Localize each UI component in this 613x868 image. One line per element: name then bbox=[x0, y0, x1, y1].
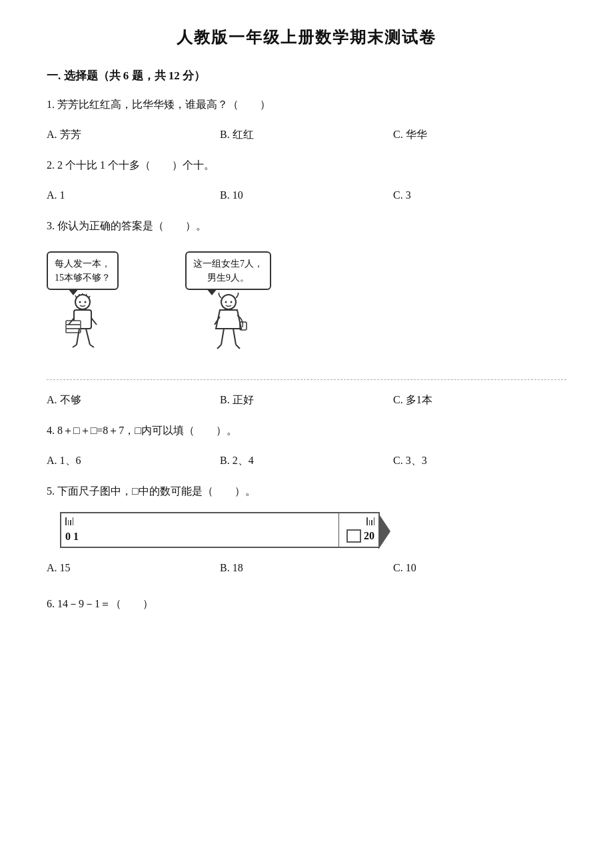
svg-point-18 bbox=[221, 295, 236, 309]
q5-option-a: A. 15 bbox=[47, 557, 220, 579]
svg-line-5 bbox=[89, 296, 90, 298]
q1-option-c: C. 华华 bbox=[393, 124, 566, 145]
q2-text: 2. 2 个十比 1 个十多（ ）个十。 bbox=[47, 159, 215, 171]
svg-point-25 bbox=[230, 301, 232, 303]
ruler-square-box bbox=[346, 529, 361, 543]
q5-text: 5. 下面尺子图中，□中的数可能是（ ）。 bbox=[47, 485, 256, 497]
svg-point-24 bbox=[225, 301, 227, 303]
q2-option-b: B. 10 bbox=[220, 185, 393, 206]
q5-options: A. 15 B. 18 C. 10 bbox=[47, 557, 566, 579]
ruler-illustration: 0 1 20 bbox=[60, 512, 566, 548]
page-title: 人教版一年级上册数学期末测试卷 bbox=[47, 27, 566, 48]
section1-title: 一. 选择题（共 6 题，共 12 分） bbox=[47, 68, 566, 83]
q4-text: 4. 8＋□＋□=8＋7，□内可以填（ ）。 bbox=[47, 425, 237, 436]
question-4: 4. 8＋□＋□=8＋7，□内可以填（ ）。 bbox=[47, 421, 566, 441]
svg-line-13 bbox=[86, 329, 90, 345]
question-5: 5. 下面尺子图中，□中的数可能是（ ）。 bbox=[47, 482, 566, 501]
q3-option-b: B. 正好 bbox=[220, 389, 393, 411]
ruler-right-numbers: 20 bbox=[346, 529, 374, 547]
svg-point-16 bbox=[79, 301, 81, 303]
divider-q3 bbox=[47, 379, 566, 380]
q1-text: 1. 芳芳比红红高，比华华矮，谁最高？（ ） bbox=[47, 99, 271, 110]
ruler-right-ticks bbox=[366, 517, 374, 525]
q3-illustration: 每人发一本， 15本够不够？ bbox=[47, 245, 566, 373]
boy-icon bbox=[59, 293, 106, 366]
ruler-left-numbers: 0 1 bbox=[65, 531, 101, 547]
svg-line-14 bbox=[73, 345, 77, 347]
q4-option-b: B. 2、4 bbox=[220, 450, 393, 471]
q5-option-c: C. 10 bbox=[393, 557, 566, 579]
girl-group: 这一组女生7人， 男生9人。 bbox=[185, 251, 271, 366]
q3-option-a: A. 不够 bbox=[47, 389, 220, 411]
q2-options: A. 1 B. 10 C. 3 bbox=[47, 185, 566, 206]
ruler-notch-right bbox=[378, 513, 390, 549]
svg-line-22 bbox=[217, 345, 221, 349]
speech-bubble-1: 每人发一本， 15本够不够？ bbox=[47, 251, 119, 290]
q4-options: A. 1、6 B. 2、4 C. 3、3 bbox=[47, 450, 566, 471]
svg-line-23 bbox=[236, 345, 240, 349]
q1-options: A. 芳芳 B. 红红 C. 华华 bbox=[47, 124, 566, 145]
question-6: 6. 14－9－1＝（ ） bbox=[47, 595, 566, 614]
girl-icon bbox=[205, 293, 252, 366]
q4-option-c: C. 3、3 bbox=[393, 450, 566, 471]
svg-rect-7 bbox=[66, 321, 81, 325]
svg-line-1 bbox=[75, 295, 77, 298]
ruler-right-end: 20 bbox=[338, 513, 378, 547]
q4-option-a: A. 1、6 bbox=[47, 450, 220, 471]
svg-line-4 bbox=[86, 294, 87, 296]
svg-point-0 bbox=[75, 295, 90, 309]
boy-group: 每人发一本， 15本够不够？ bbox=[47, 251, 119, 366]
q2-option-a: A. 1 bbox=[47, 185, 220, 206]
q3-text: 3. 你认为正确的答案是（ ）。 bbox=[47, 220, 207, 231]
svg-line-20 bbox=[221, 329, 224, 345]
q3-option-c: C. 多1本 bbox=[393, 389, 566, 411]
svg-line-11 bbox=[91, 318, 97, 325]
ruler-box: 0 1 20 bbox=[60, 512, 380, 548]
ruler-ticks bbox=[65, 517, 101, 525]
q1-option-b: B. 红红 bbox=[220, 124, 393, 145]
svg-point-17 bbox=[85, 301, 87, 303]
ruler-left-end: 0 1 bbox=[61, 513, 101, 547]
svg-line-21 bbox=[233, 329, 236, 345]
svg-line-15 bbox=[90, 345, 94, 347]
question-2: 2. 2 个十比 1 个十多（ ）个十。 bbox=[47, 156, 566, 175]
speech-bubble-2: 这一组女生7人， 男生9人。 bbox=[185, 251, 271, 290]
question-1: 1. 芳芳比红红高，比华华矮，谁最高？（ ） bbox=[47, 95, 566, 115]
q6-text: 6. 14－9－1＝（ ） bbox=[47, 598, 153, 609]
question-3: 3. 你认为正确的答案是（ ）。 bbox=[47, 217, 566, 236]
q3-options: A. 不够 B. 正好 C. 多1本 bbox=[47, 389, 566, 411]
svg-rect-8 bbox=[66, 325, 81, 329]
q5-option-b: B. 18 bbox=[220, 557, 393, 579]
q2-option-c: C. 3 bbox=[393, 185, 566, 206]
q1-option-a: A. 芳芳 bbox=[47, 124, 220, 145]
